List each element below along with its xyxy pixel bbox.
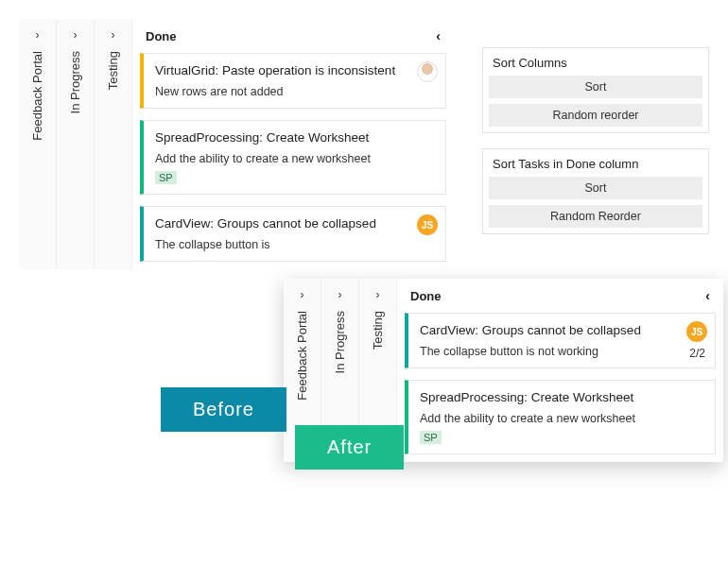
task-description: Add the ability to create a new workshee… — [420, 412, 703, 425]
panel-title: Sort Tasks in Done column — [489, 155, 702, 177]
task-card[interactable]: SpreadProcessing: Create Worksheet Add t… — [405, 380, 716, 454]
task-card[interactable]: JS CardView: Groups cannot be collapsed … — [140, 206, 446, 262]
badge-sp: SP — [155, 171, 177, 184]
avatar — [417, 61, 438, 82]
column-title: Done — [410, 289, 442, 303]
chevron-right-icon[interactable]: › — [36, 19, 40, 47]
avatar-initials: JS — [422, 220, 433, 231]
panel-sort-tasks: Sort Tasks in Done column Sort Random Re… — [482, 148, 709, 234]
column-header: Done ‹ — [397, 279, 723, 313]
task-description: New rows are not added — [155, 85, 434, 98]
column-label: In Progress — [333, 307, 347, 377]
column-in-progress[interactable]: › In Progress — [57, 19, 95, 269]
avatar: JS — [417, 214, 438, 235]
chevron-left-icon[interactable]: ‹ — [436, 28, 441, 43]
task-description: The collapse button is not working — [420, 345, 703, 358]
avatar: JS — [686, 321, 707, 342]
column-done: Done ‹ JS CardView: Groups cannot be col… — [397, 279, 723, 462]
task-title: CardView: Groups cannot be collapsed — [155, 216, 434, 231]
task-description: The collapse button is — [155, 238, 434, 251]
cards-list: JS CardView: Groups cannot be collapsed … — [397, 313, 723, 462]
label-after: After — [295, 425, 404, 470]
task-title: SpreadProcessing: Create Worksheet — [155, 130, 434, 145]
chevron-right-icon[interactable]: › — [301, 279, 304, 307]
chevron-right-icon[interactable]: › — [74, 19, 78, 47]
label-before: Before — [161, 387, 286, 432]
column-label: Testing — [371, 307, 385, 353]
column-done: Done ‹ VirtualGrid: Paste operation is i… — [132, 19, 454, 269]
column-feedback-portal[interactable]: › Feedback Portal — [19, 19, 57, 269]
chevron-right-icon[interactable]: › — [338, 279, 342, 307]
task-count: 2/2 — [689, 347, 705, 360]
sort-columns-button[interactable]: Sort — [489, 76, 702, 98]
sort-tasks-button[interactable]: Sort — [489, 177, 702, 199]
cards-list: VirtualGrid: Paste operation is inconsis… — [132, 53, 454, 269]
chevron-right-icon[interactable]: › — [376, 279, 380, 307]
task-title: SpreadProcessing: Create Worksheet — [420, 390, 703, 404]
column-label: Feedback Portal — [295, 307, 309, 404]
task-card[interactable]: VirtualGrid: Paste operation is inconsis… — [140, 53, 446, 109]
random-reorder-tasks-button[interactable]: Random Reorder — [489, 205, 702, 228]
task-title: CardView: Groups cannot be collapsed — [420, 323, 703, 337]
column-label: Feedback Portal — [30, 47, 44, 145]
chevron-right-icon[interactable]: › — [112, 19, 115, 47]
panel-title: Sort Columns — [489, 54, 702, 76]
column-label: In Progress — [68, 47, 82, 117]
task-title: VirtualGrid: Paste operation is inconsis… — [155, 63, 434, 77]
badge-sp: SP — [420, 431, 442, 444]
random-reorder-columns-button[interactable]: Random reorder — [489, 104, 702, 127]
kanban-board-before: › Feedback Portal › In Progress › Testin… — [19, 19, 454, 269]
task-card[interactable]: JS CardView: Groups cannot be collapsed … — [405, 313, 716, 368]
panel-sort-columns: Sort Columns Sort Random reorder — [482, 47, 709, 133]
column-title: Done — [146, 29, 177, 43]
task-description: Add the ability to create a new workshee… — [155, 152, 434, 165]
side-panels: Sort Columns Sort Random reorder Sort Ta… — [482, 47, 709, 234]
chevron-left-icon[interactable]: ‹ — [705, 288, 710, 303]
column-label: Testing — [106, 47, 120, 94]
avatar-initials: JS — [691, 327, 702, 337]
column-header: Done ‹ — [132, 19, 454, 53]
task-card[interactable]: SpreadProcessing: Create Worksheet Add t… — [140, 120, 446, 195]
column-testing[interactable]: › Testing — [95, 19, 132, 269]
